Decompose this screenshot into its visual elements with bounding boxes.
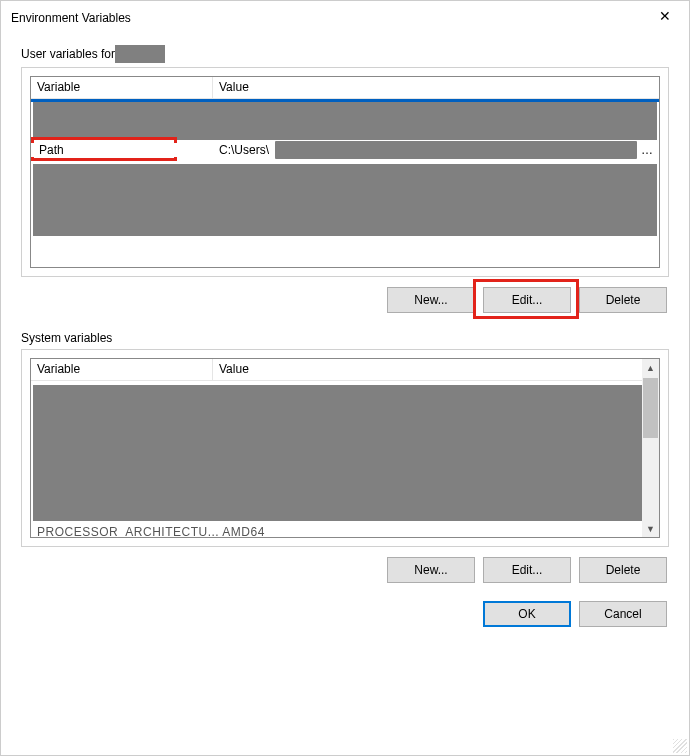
system-variables-table[interactable]: Variable Value PROCESSOR_ARCHITECTU... A…: [30, 358, 660, 538]
system-buttons-row: New... Edit... Delete: [21, 557, 667, 583]
dialog-footer: OK Cancel: [1, 601, 667, 627]
path-variable-cell: Path: [31, 143, 179, 157]
user-section-label: User variables for: [21, 45, 669, 63]
close-button[interactable]: ✕: [645, 2, 685, 30]
user-col-value[interactable]: Value: [213, 77, 659, 98]
user-delete-button[interactable]: Delete: [579, 287, 667, 313]
redacted-user-rows-1: [33, 102, 657, 140]
system-section-label: System variables: [21, 331, 669, 345]
user-table-header: Variable Value: [31, 77, 659, 99]
sys-col-variable[interactable]: Variable: [31, 359, 213, 380]
redacted-path-value: [275, 141, 637, 159]
user-col-variable[interactable]: Variable: [31, 77, 213, 98]
sys-new-button[interactable]: New...: [387, 557, 475, 583]
close-icon: ✕: [659, 8, 671, 24]
path-value-prefix: C:\Users\: [219, 143, 269, 157]
user-variables-group: Variable Value Path C:\Users\ …: [21, 67, 669, 277]
sys-col-value[interactable]: Value: [213, 359, 659, 380]
ok-button[interactable]: OK: [483, 601, 571, 627]
scroll-down-arrow-icon[interactable]: ▼: [642, 520, 659, 537]
path-ellipsis: …: [641, 143, 659, 157]
scroll-up-arrow-icon[interactable]: ▲: [642, 359, 659, 376]
user-variables-table[interactable]: Variable Value Path C:\Users\ …: [30, 76, 660, 268]
sys-delete-button[interactable]: Delete: [579, 557, 667, 583]
user-edit-button[interactable]: Edit...: [483, 287, 571, 313]
system-variables-group: Variable Value PROCESSOR_ARCHITECTU... A…: [21, 349, 669, 547]
user-label-text: User variables for: [21, 47, 115, 61]
user-new-button[interactable]: New...: [387, 287, 475, 313]
window-title: Environment Variables: [11, 11, 131, 25]
sys-edit-button[interactable]: Edit...: [483, 557, 571, 583]
table-row-path[interactable]: Path C:\Users\ …: [31, 140, 659, 160]
scroll-thumb[interactable]: [643, 378, 658, 438]
system-partial-row: PROCESSOR_ARCHITECTU... AMD64: [31, 521, 659, 538]
redacted-username: [115, 45, 165, 63]
cancel-button[interactable]: Cancel: [579, 601, 667, 627]
redacted-system-rows: [33, 385, 657, 521]
titlebar: Environment Variables ✕: [1, 1, 689, 35]
vertical-scrollbar[interactable]: ▲ ▼: [642, 359, 659, 537]
path-value-cell: C:\Users\ …: [179, 141, 659, 159]
user-buttons-row: New... Edit... Delete: [21, 287, 667, 313]
resize-grip-icon[interactable]: [673, 739, 687, 753]
system-table-header: Variable Value: [31, 359, 659, 381]
redacted-user-rows-2: [33, 164, 657, 236]
